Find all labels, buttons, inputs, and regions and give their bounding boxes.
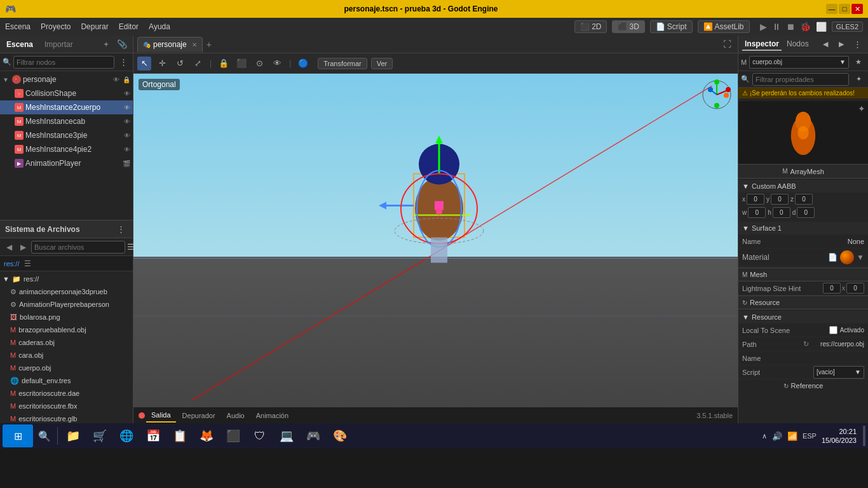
aabb-y-input[interactable] [771, 194, 789, 205]
move-mode-icon[interactable]: ✛ [155, 57, 169, 71]
fullscreen-icon[interactable]: ⛶ [720, 37, 734, 51]
minimize-button[interactable]: — [826, 4, 837, 14]
close-button[interactable]: ✕ [851, 4, 863, 14]
show-hidden-icon[interactable]: ∧ [762, 432, 767, 440]
path-reload-icon[interactable]: ↻ [803, 340, 809, 348]
reference-button[interactable]: ↻ Reference [738, 379, 868, 392]
node-visibility-icon4[interactable]: 👁 [124, 118, 130, 125]
maximize-button[interactable]: □ [839, 4, 850, 14]
viewport-tab-personaje[interactable]: 🎭 personaje ✕ [137, 37, 203, 52]
pause-button[interactable]: ⏸ [772, 22, 781, 32]
taskbar-store[interactable]: 🛒 [87, 424, 112, 447]
local-to-scene-checkbox[interactable] [829, 326, 837, 334]
menu-depurar[interactable]: Depurar [81, 22, 108, 31]
material-options-icon[interactable]: ▼ [857, 253, 864, 262]
status-tab-animacion[interactable]: Animación [251, 409, 294, 423]
pivot-icon[interactable]: ⊙ [252, 57, 266, 71]
assetlib-button[interactable]: 🔼 AssetLib [698, 20, 750, 33]
network-icon[interactable]: 📶 [787, 431, 797, 441]
files-search-input[interactable] [31, 241, 125, 254]
file-item-10[interactable]: M escritorioscutre.glb [0, 412, 133, 423]
lightmap-y-input[interactable] [846, 283, 864, 294]
tab-inspector[interactable]: Inspector [742, 38, 782, 51]
nav-forward-icon[interactable]: ▶ [17, 241, 29, 254]
snap-icon[interactable]: ⬛ [234, 57, 248, 71]
taskbar-edge[interactable]: ⬛ [220, 424, 246, 447]
start-button[interactable]: ⊞ [3, 424, 33, 447]
node-visibility-icon2[interactable]: 👁 [124, 90, 130, 97]
taskbar-shield[interactable]: 🛡 [247, 424, 273, 447]
tree-item-meshinstance3pie[interactable]: M MeshInstance3pie 👁 [0, 128, 133, 142]
status-tab-salida[interactable]: Salida [146, 409, 176, 423]
aabb-w-input[interactable] [748, 207, 766, 218]
tab-nodos[interactable]: Nodos [784, 38, 811, 51]
file-item-7[interactable]: 🌐 default_env.tres [0, 374, 133, 387]
view-2d-button[interactable]: ⬛ 2D [574, 20, 607, 33]
inspector-filter-input[interactable] [752, 73, 849, 86]
resource-selector[interactable]: cuerpo.obj ▼ [749, 56, 849, 69]
file-item-0[interactable]: ⚙ animacionpersonaje3dprueb [0, 285, 133, 298]
file-item-2[interactable]: 🖼 bolarosa.png [0, 311, 133, 323]
tree-item-meshinstance2cuerpo[interactable]: M MeshInstance2cuerpo 👁 [0, 100, 133, 114]
inspector-filter-options[interactable]: ✦ [851, 72, 865, 86]
scale-mode-icon[interactable]: ⤢ [191, 57, 205, 71]
files-options-icon[interactable]: ⋮ [114, 222, 128, 236]
sound-icon[interactable]: 🔊 [772, 431, 782, 441]
lightmap-x-input[interactable] [823, 283, 841, 294]
taskbar-calendar[interactable]: 📅 [140, 424, 166, 447]
node-visibility-icon3[interactable]: 👁 [124, 104, 130, 111]
taskbar-paint[interactable]: 🎨 [327, 424, 353, 447]
resource-section-header[interactable]: ↻ Resource [738, 295, 868, 309]
custom-aabb-header[interactable]: ▼ Custom AABB [738, 180, 868, 193]
inspector-history-forward[interactable]: ▶ [834, 37, 848, 51]
local-space-icon[interactable]: 🔒 [217, 57, 231, 71]
scene-filter-input[interactable] [13, 56, 114, 69]
collision-icon[interactable]: 🔵 [296, 57, 310, 71]
view-3d-button[interactable]: ⬛ 3D [612, 20, 644, 33]
taskbar-search[interactable]: 🔍 [34, 426, 55, 446]
mesh-section-header[interactable]: M Mesh [738, 268, 868, 281]
scene-options-icon[interactable]: ⋮ [116, 55, 130, 69]
aabb-z-input[interactable] [795, 194, 813, 205]
status-tab-audio[interactable]: Audio [222, 409, 250, 423]
status-tab-depurador[interactable]: Depurador [177, 409, 220, 423]
file-item-5[interactable]: M cara.obj [0, 349, 133, 362]
node-visibility-icon6[interactable]: 👁 [124, 146, 130, 153]
tree-item-animationplayer[interactable]: ▶ AnimationPlayer 🎬 [0, 156, 133, 170]
taskbar-files[interactable]: 📁 [60, 424, 86, 447]
inspector-options-icon[interactable]: ⋮ [850, 37, 864, 51]
show-desktop-icon[interactable] [863, 426, 865, 446]
breadcrumb-toggle[interactable]: ☰ [22, 258, 33, 269]
taskbar-clock[interactable]: 20:21 15/06/2023 [822, 427, 857, 445]
file-item-9[interactable]: M escritorioscutre.fbx [0, 400, 133, 412]
file-item-3[interactable]: M brazopruebablend.obj [0, 323, 133, 336]
menu-escena[interactable]: Escena [5, 22, 31, 31]
node-lock-icon[interactable]: 🔒 [123, 76, 130, 83]
transform-button[interactable]: Transformar [318, 58, 367, 69]
rotate-mode-icon[interactable]: ↺ [173, 57, 187, 71]
script-button[interactable]: 📄 Script [650, 20, 693, 33]
file-item-6[interactable]: M cuerpo.obj [0, 362, 133, 374]
preview-settings-icon[interactable]: ✦ [858, 104, 865, 114]
resource-sub-header[interactable]: ▼ Resource [738, 311, 868, 323]
tab-close-icon[interactable]: ✕ [192, 41, 197, 48]
file-item-8[interactable]: M escritorioscutre.dae [0, 387, 133, 400]
resource-fav-icon[interactable]: ★ [851, 55, 865, 69]
add-tab-icon[interactable]: + [207, 39, 212, 50]
select-mode-icon[interactable]: ↖ [137, 57, 151, 71]
surface1-header[interactable]: ▼ Surface 1 [738, 222, 868, 234]
layout-button[interactable]: ⬜ [816, 22, 827, 32]
add-node-icon[interactable]: + [99, 37, 113, 51]
stop-button[interactable]: ⏹ [786, 22, 795, 32]
tree-item-personaje[interactable]: ▼ 🚶 personaje 👁 🔒 [0, 72, 133, 86]
aabb-h-input[interactable] [773, 207, 790, 218]
taskbar-godot[interactable]: 🎮 [301, 424, 326, 447]
file-item-root[interactable]: ▼ 📁 res:// [0, 273, 133, 285]
node-visibility-icon[interactable]: 👁 [113, 76, 119, 83]
view-button[interactable]: Ver [371, 58, 393, 69]
file-item-1[interactable]: ⚙ AnimationPlayerprebaperson [0, 298, 133, 311]
aabb-x-input[interactable] [747, 194, 764, 205]
node-visibility-icon5[interactable]: 👁 [124, 132, 130, 139]
material-file-icon[interactable]: 📄 [828, 253, 837, 262]
debug-button[interactable]: 🐞 [800, 22, 811, 32]
